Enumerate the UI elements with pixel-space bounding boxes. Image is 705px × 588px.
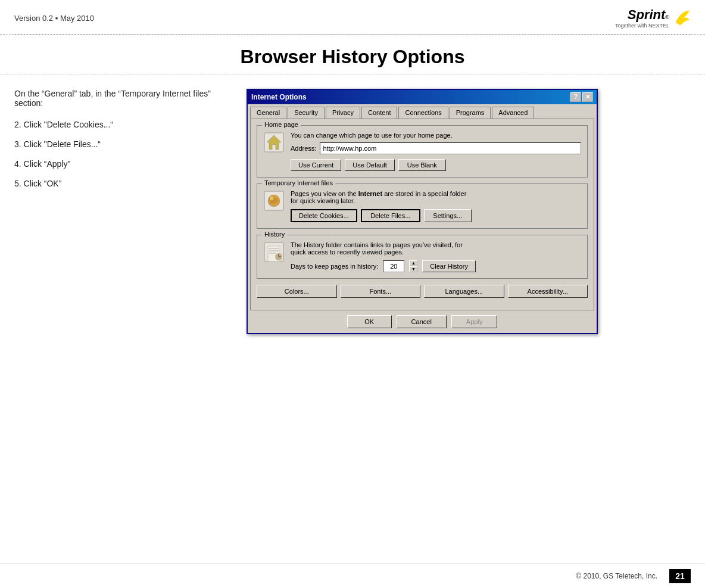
svg-rect-10 xyxy=(269,253,276,254)
spin-buttons: ▲ ▼ xyxy=(409,260,417,272)
ok-button[interactable]: OK xyxy=(347,315,392,328)
history-label: History xyxy=(262,231,287,238)
languages-button[interactable]: Languages... xyxy=(424,285,504,298)
logo-registered: ® xyxy=(665,14,669,20)
cancel-button[interactable]: Cancel xyxy=(397,315,447,328)
step-4: 4. Click “Apply” xyxy=(14,158,235,170)
tab-security[interactable]: Security xyxy=(288,107,325,119)
svg-rect-8 xyxy=(269,248,279,249)
page-title-area: Browser History Options xyxy=(0,35,705,74)
dialog-area: Internet Options ? ✕ General Security Pr… xyxy=(247,89,691,334)
sprint-bird-icon xyxy=(672,10,691,26)
copyright-text: © 2010, GS Teletech, Inc. xyxy=(576,572,657,580)
clear-history-button[interactable]: Clear History xyxy=(422,260,476,272)
dialog-title: Internet Options xyxy=(251,93,307,101)
svg-point-5 xyxy=(269,196,274,201)
address-input[interactable] xyxy=(320,142,581,154)
home-icon xyxy=(263,132,285,153)
logo-name: Sprint xyxy=(628,7,666,23)
dialog-body: Home page You can change which page to u… xyxy=(250,119,594,310)
accessibility-button[interactable]: Accessibility... xyxy=(508,285,588,298)
spin-up[interactable]: ▲ xyxy=(409,260,417,266)
use-default-button[interactable]: Use Default xyxy=(345,159,394,171)
ok-cancel-row: OK Cancel Apply xyxy=(248,310,597,333)
temp-description: Pages you view on the Internet are store… xyxy=(291,190,581,204)
spin-down[interactable]: ▼ xyxy=(409,266,417,272)
sprint-logo: Sprint ® Together with NEXTEL xyxy=(615,7,691,29)
tab-privacy[interactable]: Privacy xyxy=(326,107,360,119)
days-input[interactable] xyxy=(383,260,404,272)
step-2: 2. Click "Delete Cookies...“ xyxy=(14,119,235,131)
address-label: Address: xyxy=(291,145,316,152)
temp-files-icon xyxy=(263,190,285,211)
settings-button[interactable]: Settings... xyxy=(424,209,472,222)
tab-connections[interactable]: Connections xyxy=(398,107,448,119)
bottom-buttons-row: Colors... Fonts... Languages... Accessib… xyxy=(257,285,588,298)
step-3: 3. Click "Delete Files...“ xyxy=(14,138,235,151)
version-text: Version 0.2 ▪ May 2010 xyxy=(14,14,94,23)
use-current-button[interactable]: Use Current xyxy=(291,159,341,171)
delete-cookies-button[interactable]: Delete Cookies... xyxy=(291,209,357,222)
dialog-titlebar: Internet Options ? ✕ xyxy=(248,90,597,104)
delete-files-button[interactable]: Delete Files... xyxy=(361,209,420,222)
temp-files-group: Temporary Internet files Pages you view … xyxy=(257,183,588,229)
svg-rect-9 xyxy=(269,250,279,251)
page-number: 21 xyxy=(669,569,691,583)
tab-programs[interactable]: Programs xyxy=(450,107,491,119)
help-button[interactable]: ? xyxy=(570,92,581,102)
colors-button[interactable]: Colors... xyxy=(257,285,337,298)
temp-files-label: Temporary Internet files xyxy=(262,179,335,186)
logo-sub: Together with NEXTEL xyxy=(615,23,669,29)
home-description: You can change which page to use for you… xyxy=(291,132,581,139)
home-page-group: Home page You can change which page to u… xyxy=(257,125,588,178)
header: Version 0.2 ▪ May 2010 Sprint ® Together… xyxy=(0,0,705,35)
home-page-label: Home page xyxy=(262,121,301,128)
tab-general[interactable]: General xyxy=(250,107,286,119)
left-text-area: On the “General” tab, in the “Temporary … xyxy=(14,89,235,334)
history-description: The History folder contains links to pag… xyxy=(291,241,581,256)
use-blank-button[interactable]: Use Blank xyxy=(398,159,446,171)
main-content: On the “General” tab, in the “Temporary … xyxy=(0,74,705,334)
ie-dialog: Internet Options ? ✕ General Security Pr… xyxy=(247,89,598,334)
tab-content[interactable]: Content xyxy=(361,107,398,119)
fonts-button[interactable]: Fonts... xyxy=(341,285,421,298)
tab-bar: General Security Privacy Content Connect… xyxy=(248,104,597,119)
page-title: Browser History Options xyxy=(0,46,705,68)
titlebar-buttons: ? ✕ xyxy=(570,92,593,102)
intro-text: On the “General” tab, in the “Temporary … xyxy=(14,89,235,108)
close-button[interactable]: ✕ xyxy=(582,92,593,102)
step-5: 5. Click “OK” xyxy=(14,178,235,190)
footer: © 2010, GS Teletech, Inc. 21 xyxy=(0,564,705,588)
apply-button[interactable]: Apply xyxy=(451,315,498,328)
history-icon xyxy=(263,241,285,263)
tab-advanced[interactable]: Advanced xyxy=(492,107,534,119)
days-label: Days to keep pages in history: xyxy=(291,263,378,270)
history-group: History The Histor xyxy=(257,235,588,279)
